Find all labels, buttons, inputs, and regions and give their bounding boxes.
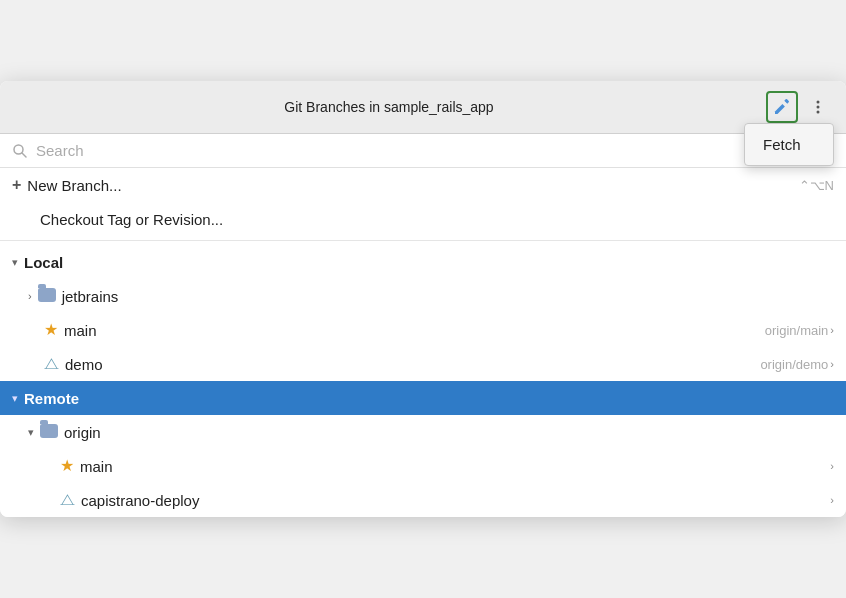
edit-button[interactable] (766, 91, 798, 123)
main-local-item[interactable]: ★ main origin/main › (0, 313, 846, 347)
jetbrains-expand-icon: › (28, 290, 32, 302)
svg-point-1 (817, 106, 820, 109)
star-icon-remote-main: ★ (60, 458, 74, 474)
chevron-right-icon-4: › (830, 494, 834, 506)
branch-list: + New Branch... ⌃⌥N Checkout Tag or Revi… (0, 168, 846, 517)
local-section-header[interactable]: ▾ Local (0, 245, 846, 279)
search-input[interactable] (36, 142, 834, 159)
main-local-label: main (64, 322, 759, 339)
checkout-tag-label: Checkout Tag or Revision... (40, 211, 834, 228)
origin-expand-icon: ▾ (28, 426, 34, 439)
demo-local-remote: origin/demo › (760, 357, 834, 372)
folder-icon (38, 288, 56, 305)
titlebar: Git Branches in sample_rails_app Fet (0, 81, 846, 134)
branch-icon: ⧍ (44, 356, 59, 372)
git-branches-window: Git Branches in sample_rails_app Fet (0, 81, 846, 517)
capistrano-deploy-label: capistrano-deploy (81, 492, 824, 509)
origin-folder-item[interactable]: ▾ origin (0, 415, 846, 449)
main-remote-item[interactable]: ★ main › (0, 449, 846, 483)
search-icon (12, 143, 28, 159)
main-remote-label: main (80, 458, 824, 475)
svg-point-0 (817, 101, 820, 104)
more-options-icon (809, 98, 827, 116)
star-icon: ★ (44, 322, 58, 338)
main-remote-chevron: › (830, 460, 834, 472)
local-section-label: Local (24, 254, 834, 271)
divider-1 (0, 240, 846, 241)
more-options-button[interactable] (802, 91, 834, 123)
edit-icon (773, 98, 791, 116)
chevron-right-icon: › (830, 324, 834, 336)
svg-point-2 (817, 111, 820, 114)
jetbrains-label: jetbrains (62, 288, 834, 305)
new-branch-label: New Branch... (27, 177, 792, 194)
origin-folder-icon (40, 424, 58, 441)
remote-section-label: Remote (24, 390, 834, 407)
jetbrains-folder-item[interactable]: › jetbrains (0, 279, 846, 313)
titlebar-actions: Fetch (766, 91, 834, 123)
svg-line-4 (22, 153, 26, 157)
fetch-menu-item[interactable]: Fetch (745, 128, 833, 161)
remote-expand-icon: ▾ (12, 392, 18, 405)
chevron-right-icon-2: › (830, 358, 834, 370)
branch-icon-capistrano: ⧍ (60, 492, 75, 508)
remote-section-header[interactable]: ▾ Remote (0, 381, 846, 415)
plus-icon: + (12, 176, 21, 194)
chevron-right-icon-3: › (830, 460, 834, 472)
capistrano-deploy-item[interactable]: ⧍ capistrano-deploy › (0, 483, 846, 517)
demo-local-label: demo (65, 356, 754, 373)
search-bar (0, 134, 846, 168)
new-branch-shortcut: ⌃⌥N (799, 178, 834, 193)
fetch-dropdown: Fetch (744, 123, 834, 166)
checkout-tag-item[interactable]: Checkout Tag or Revision... (0, 202, 846, 236)
new-branch-item[interactable]: + New Branch... ⌃⌥N (0, 168, 846, 202)
capistrano-deploy-chevron: › (830, 494, 834, 506)
window-title: Git Branches in sample_rails_app (12, 99, 766, 115)
demo-local-item[interactable]: ⧍ demo origin/demo › (0, 347, 846, 381)
origin-label: origin (64, 424, 834, 441)
main-local-remote: origin/main › (765, 323, 834, 338)
local-expand-icon: ▾ (12, 256, 18, 269)
